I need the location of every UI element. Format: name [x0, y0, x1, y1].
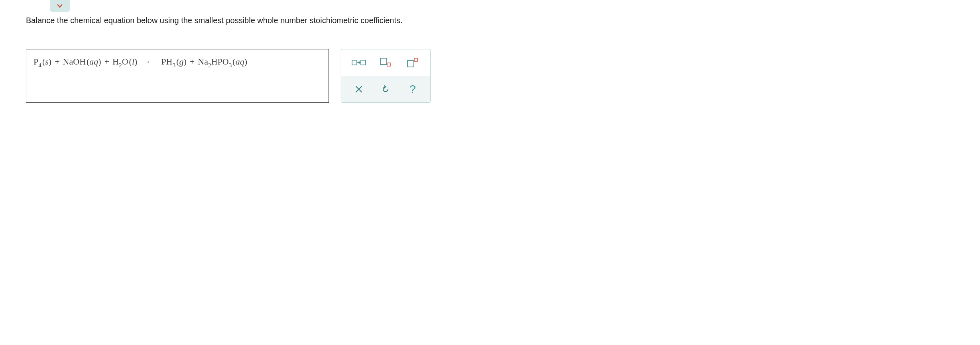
state-aq1: (aq) [87, 57, 101, 67]
help-icon: ? [409, 83, 416, 96]
svg-rect-0 [352, 60, 357, 65]
svg-rect-4 [387, 63, 390, 66]
species-NaOH: NaOH [63, 57, 86, 67]
state-l: (l) [129, 57, 138, 67]
plus-3: + [190, 57, 195, 67]
workspace: P4(s) + NaOH(aq) + H2O(l) → PH3(g) + Na2… [20, 49, 960, 103]
chevron-down-icon [57, 3, 63, 9]
svg-rect-5 [407, 61, 414, 67]
equation-input-area[interactable]: P4(s) + NaOH(aq) + H2O(l) → PH3(g) + Na2… [26, 49, 329, 103]
tool-row-top [341, 49, 430, 76]
subscript-tool-button[interactable] [378, 57, 394, 69]
state-aq2: (aq) [232, 57, 247, 67]
reaction-arrow: → [142, 57, 151, 67]
close-icon [355, 86, 362, 93]
species-H2O: H2O [112, 57, 128, 68]
svg-rect-3 [380, 58, 387, 65]
svg-rect-2 [361, 60, 366, 65]
help-button[interactable]: ? [405, 83, 421, 95]
toolbox-panel: ? [341, 49, 431, 103]
reset-button[interactable] [378, 83, 394, 95]
expand-chevron-tab[interactable] [50, 0, 70, 12]
svg-rect-6 [414, 58, 417, 61]
superscript-tool-button[interactable] [405, 57, 421, 69]
plus-1: + [55, 57, 59, 67]
species-P4: P4 [33, 57, 41, 68]
plus-2: + [104, 57, 109, 67]
species-PH3: PH3 [161, 57, 175, 68]
state-s: (s) [42, 57, 51, 67]
arrow-tool-button[interactable] [351, 57, 367, 69]
state-g: (g) [176, 57, 187, 67]
species-Na2HPO3: Na2HPO3 [198, 57, 232, 68]
equation-display: P4(s) + NaOH(aq) + H2O(l) → PH3(g) + Na2… [33, 57, 321, 68]
reset-icon [382, 85, 390, 93]
tool-row-bottom: ? [341, 76, 430, 102]
instruction-text: Balance the chemical equation below usin… [20, 16, 960, 25]
clear-button[interactable] [351, 83, 367, 95]
subscript-icon [380, 58, 391, 67]
box-arrow-box-icon [352, 59, 366, 66]
superscript-icon [407, 58, 418, 67]
